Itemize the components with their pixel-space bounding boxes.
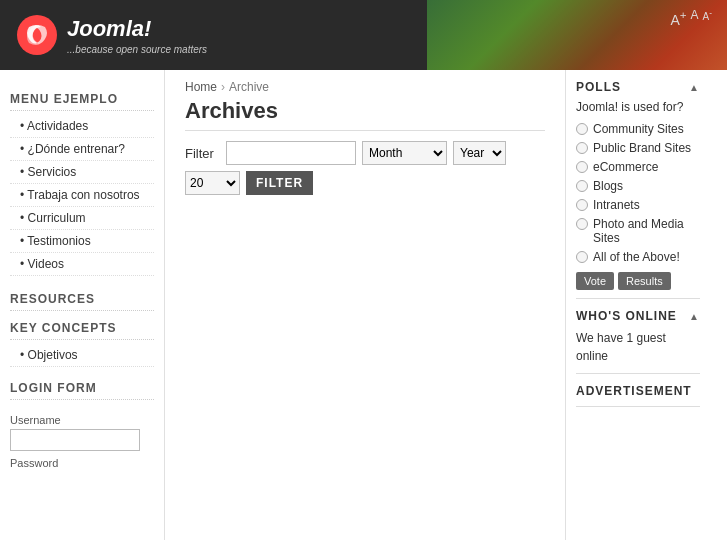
poll-option-6: All of the Above! bbox=[576, 250, 700, 264]
breadcrumb-arrow: › bbox=[221, 80, 225, 94]
poll-option-label-1: Public Brand Sites bbox=[593, 141, 691, 155]
page-title: Archives bbox=[185, 98, 545, 131]
poll-radio-2[interactable] bbox=[576, 161, 588, 173]
sidebar-item-donde[interactable]: ¿Dónde entrenar? bbox=[10, 138, 154, 161]
logo-area: Joomla! ...because open source matters bbox=[15, 13, 207, 57]
sidebar-item-videos[interactable]: Videos bbox=[10, 253, 154, 276]
poll-option-2: eCommerce bbox=[576, 160, 700, 174]
sidebar-item-curriculum[interactable]: Curriculum bbox=[10, 207, 154, 230]
vote-button[interactable]: Vote bbox=[576, 272, 614, 290]
header: Joomla! ...because open source matters A… bbox=[0, 0, 727, 70]
main-layout: MENU EJEMPLO Actividades ¿Dónde entrenar… bbox=[0, 70, 727, 540]
menu-section-title: MENU EJEMPLO bbox=[10, 92, 154, 111]
poll-option-4: Intranets bbox=[576, 198, 700, 212]
sidebar-item-testimonios[interactable]: Testimonios bbox=[10, 230, 154, 253]
sidebar-item-actividades[interactable]: Actividades bbox=[10, 115, 154, 138]
font-normal-btn[interactable]: A bbox=[691, 8, 699, 22]
filter-row-2: 20 5 10 15 25 30 FILTER bbox=[185, 171, 545, 195]
poll-option-label-0: Community Sites bbox=[593, 122, 684, 136]
font-decrease-btn[interactable]: A- bbox=[703, 8, 712, 22]
polls-title: POLLS bbox=[576, 80, 621, 94]
polls-collapse-icon[interactable]: ▲ bbox=[689, 82, 700, 93]
filter-input[interactable] bbox=[226, 141, 356, 165]
breadcrumb: Home › Archive bbox=[185, 80, 545, 94]
poll-option-1: Public Brand Sites bbox=[576, 141, 700, 155]
filter-row-1: Filter Month January February March Apri… bbox=[185, 141, 545, 165]
poll-radio-6[interactable] bbox=[576, 251, 588, 263]
month-select[interactable]: Month January February March April May J… bbox=[362, 141, 447, 165]
whos-online-title: WHO'S ONLINE bbox=[576, 309, 677, 323]
font-increase-btn[interactable]: A+ bbox=[670, 8, 686, 28]
breadcrumb-current: Archive bbox=[229, 80, 269, 94]
svg-point-0 bbox=[17, 15, 57, 55]
whos-online-text: We have 1 guest online bbox=[576, 329, 700, 365]
key-concepts-menu: Objetivos bbox=[10, 344, 154, 367]
poll-option-label-3: Blogs bbox=[593, 179, 623, 193]
resources-section-title: RESOURCES bbox=[10, 292, 154, 311]
sidebar-item-objetivos[interactable]: Objetivos bbox=[10, 344, 154, 367]
poll-option-label-6: All of the Above! bbox=[593, 250, 680, 264]
polls-title-row: POLLS ▲ bbox=[576, 80, 700, 94]
username-label: Username bbox=[10, 414, 154, 426]
poll-radio-5[interactable] bbox=[576, 218, 588, 230]
poll-option-label-2: eCommerce bbox=[593, 160, 658, 174]
poll-option-label-4: Intranets bbox=[593, 198, 640, 212]
main-menu: Actividades ¿Dónde entrenar? Servicios T… bbox=[10, 115, 154, 276]
poll-radio-3[interactable] bbox=[576, 180, 588, 192]
right-sidebar: POLLS ▲ Joomla! is used for? Community S… bbox=[565, 70, 710, 540]
whos-online-section: WHO'S ONLINE ▲ We have 1 guest online bbox=[576, 309, 700, 374]
advertisement-section: Advertisement bbox=[576, 384, 700, 407]
main-content: Home › Archive Archives Filter Month Jan… bbox=[165, 70, 565, 540]
poll-option-5: Photo and Media Sites bbox=[576, 217, 700, 245]
poll-question: Joomla! is used for? bbox=[576, 100, 700, 114]
sidebar-item-servicios[interactable]: Servicios bbox=[10, 161, 154, 184]
login-form: Username Password bbox=[10, 414, 154, 469]
poll-option-label-5: Photo and Media Sites bbox=[593, 217, 700, 245]
logo-name: Joomla! bbox=[67, 16, 151, 41]
poll-radio-0[interactable] bbox=[576, 123, 588, 135]
key-concepts-section-title: KEY CONCEPTS bbox=[10, 321, 154, 340]
filter-label: Filter bbox=[185, 146, 220, 161]
logo-text-area: Joomla! ...because open source matters bbox=[67, 16, 207, 55]
year-select[interactable]: Year 2013 2012 2011 2010 bbox=[453, 141, 506, 165]
poll-option-0: Community Sites bbox=[576, 122, 700, 136]
password-label: Password bbox=[10, 457, 154, 469]
poll-buttons: Vote Results bbox=[576, 272, 700, 290]
login-section-title: LOGIN FORM bbox=[10, 381, 154, 400]
poll-radio-1[interactable] bbox=[576, 142, 588, 154]
sidebar-item-trabaja[interactable]: Trabaja con nosotros bbox=[10, 184, 154, 207]
results-button[interactable]: Results bbox=[618, 272, 671, 290]
poll-radio-4[interactable] bbox=[576, 199, 588, 211]
font-size-controls: A+ A A- bbox=[670, 8, 712, 28]
whos-online-collapse-icon[interactable]: ▲ bbox=[689, 311, 700, 322]
logo-tagline: ...because open source matters bbox=[67, 44, 207, 55]
poll-option-3: Blogs bbox=[576, 179, 700, 193]
breadcrumb-home[interactable]: Home bbox=[185, 80, 217, 94]
username-input[interactable] bbox=[10, 429, 140, 451]
advertisement-title: Advertisement bbox=[576, 384, 692, 398]
joomla-logo-icon bbox=[15, 13, 59, 57]
filter-button[interactable]: FILTER bbox=[246, 171, 313, 195]
whos-online-title-row: WHO'S ONLINE ▲ bbox=[576, 309, 700, 323]
quantity-select[interactable]: 20 5 10 15 25 30 bbox=[185, 171, 240, 195]
left-sidebar: MENU EJEMPLO Actividades ¿Dónde entrenar… bbox=[0, 70, 165, 540]
advertisement-title-row: Advertisement bbox=[576, 384, 700, 398]
polls-section: POLLS ▲ Joomla! is used for? Community S… bbox=[576, 80, 700, 299]
